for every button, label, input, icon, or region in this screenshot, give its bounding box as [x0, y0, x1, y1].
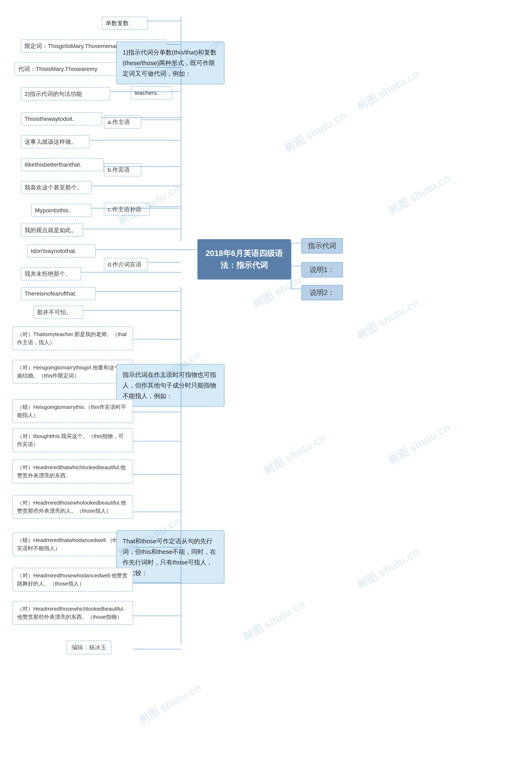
ex5: （对）Headmiredthatwhichlookedbeautiful.他赞赏… [12, 460, 133, 483]
node-guandian: 我的观点就是如此。 [21, 224, 83, 237]
watermark-r5: 树图 shutu.cn [354, 545, 422, 593]
node-nabukepai: 那并不可怕。 [33, 306, 83, 319]
connector-to-zhishi [291, 243, 301, 243]
branch-footer [133, 649, 181, 649]
center-box: 2018年6月英语四级语法：指示代词 [197, 239, 291, 280]
footer: 编辑：杨冰玉 [67, 641, 111, 654]
ex1: （对）Thatismyteacher.那是我的老师。（that作主语，指人） [12, 327, 133, 350]
label-shuoming2: 说明2： [301, 285, 343, 300]
branch-bingwei [81, 272, 181, 273]
bottom-spine-v [181, 287, 181, 645]
info-box-1: 1)指示代词分单数(this/that)和复数(these/those)两种形式… [116, 42, 224, 84]
label-shuoming1: 说明1： [301, 262, 343, 278]
branch-mypointis [91, 208, 181, 209]
node-c-zhuyubu: c.作主语补语 [104, 203, 150, 216]
branch-nabukepai [83, 310, 181, 311]
node-xihuan: 我喜欢这个甚至那个。 [21, 181, 91, 194]
branch-ex1 [133, 339, 181, 339]
conn-center-top [181, 250, 197, 250]
branch-xihuan [91, 186, 181, 186]
connector-to-shuoming1 [291, 266, 301, 266]
watermark-r2: 树图 shutu.cn [385, 171, 453, 218]
node-thisway: Thisisthewaytodoit. [21, 112, 102, 125]
branch-dandanfushu [147, 21, 181, 21]
node-bingwei: 我并未拒绝那个。 [21, 267, 81, 280]
branch-ex7 [133, 547, 181, 547]
branch-idont [96, 250, 181, 250]
watermark-r4: 树图 shutu.cn [385, 420, 453, 468]
main-spine-v [181, 17, 181, 241]
branch-daimingci [135, 67, 181, 68]
branch-ex2 [133, 376, 181, 377]
node-2zhishi: 2)指示代词的句法功能 [21, 87, 110, 100]
ex2: （对）Heisgoingtomarrythisgirl.他要和这个姑娘结婚。（t… [12, 360, 133, 384]
branch-xianding [166, 44, 181, 45]
branch-thisway [102, 117, 181, 118]
watermark-r3: 树图 shutu.cn [354, 296, 422, 343]
branch-thereisno [96, 291, 181, 292]
branch-ex6 [133, 512, 181, 512]
ex9: （对）Headmiredthosewhichlookedbeautiful.他赞… [12, 601, 133, 625]
branch-guandian [83, 229, 181, 229]
watermark-2: 树图 shutu.cn [282, 108, 349, 156]
node-dandanfushu: 单数复数 [102, 17, 148, 30]
ex3: （错）Heisgoingtomarrythis.（this作宾语时不能指人） [12, 399, 133, 423]
branch-ex9 [133, 616, 181, 616]
branch-a-zhuyuyu [141, 119, 181, 120]
branch-d-jieci [148, 262, 181, 263]
branch-ex3 [133, 412, 181, 412]
branch-zheshier [89, 140, 181, 140]
ex7: （错）Headmiredthatwhodancedwell.（that作宾语时不… [12, 532, 133, 556]
branch-ex4 [133, 441, 181, 441]
watermark-r1: 树图 shutu.cn [354, 67, 422, 114]
connector-v-right [291, 243, 291, 289]
connector-to-shuoming2 [291, 289, 301, 289]
watermark-8: 树图 shutu.cn [240, 597, 308, 645]
node-idont: Idon'tsaynotothat. [27, 245, 96, 258]
branch-c-zhuyubu [150, 207, 181, 207]
label-zhishi: 指示代词 [301, 238, 343, 254]
ex6: （对）Headmiredthosewholookedbeautiful.他赞赏那… [12, 495, 133, 519]
branch-ex5 [133, 474, 181, 475]
branch-2zhishi [110, 91, 181, 92]
node-d-jieci: d.作介词宾语 [104, 258, 148, 271]
watermark-9: 树图 shutu.cn [136, 680, 204, 728]
node-thereisno: Thereisnofearofthat. [21, 287, 96, 300]
node-mypointis: Mypointisthis. [31, 204, 91, 217]
node-b-binyu: b.作宾语 [104, 163, 141, 176]
branch-b-binyu [141, 166, 181, 167]
ex4: （对）Iboughtthis.我买这个。（this指物，可作宾语） [12, 428, 133, 452]
ex8: （对）Headmiredthosewhodancedwell.他赞赏跳舞好的人。… [12, 568, 133, 592]
node-zheshier: 这事儿就该这样做。 [21, 135, 89, 148]
node-teachers2: teachers. [131, 86, 172, 99]
node-ilike: Ilikethisbetterthanthat. [21, 158, 104, 171]
branch-ex8 [133, 583, 181, 583]
watermark-6: 树图 shutu.cn [261, 431, 328, 478]
